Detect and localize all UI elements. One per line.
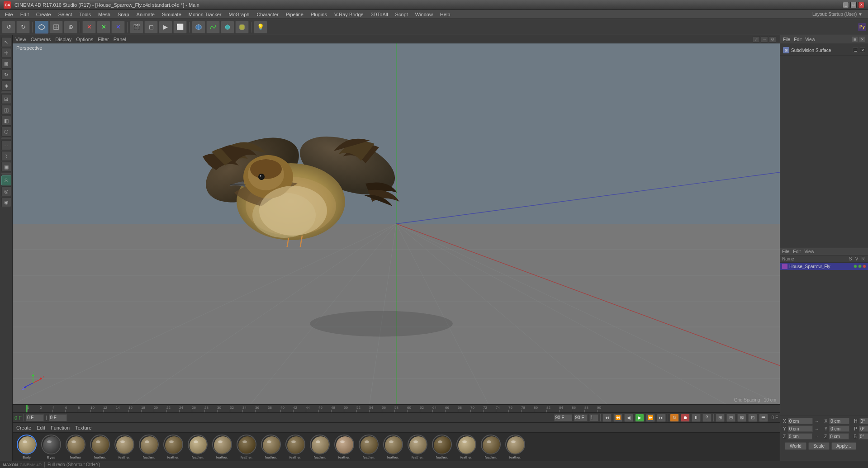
left-btn-move[interactable]: ✛ (1, 48, 11, 58)
render-region-button[interactable]: ◻ (144, 21, 158, 33)
x-axis-button[interactable]: ✕ (82, 21, 96, 33)
right-edit[interactable]: Edit (794, 37, 802, 42)
obj-dot-s[interactable] (854, 265, 857, 268)
left-btn-solo[interactable]: ◉ (1, 197, 11, 207)
scale-button[interactable]: Scale (808, 442, 830, 450)
vp-lock-button[interactable]: → (761, 36, 768, 43)
left-btn-points[interactable]: ∴ (1, 140, 11, 150)
maximize-button[interactable]: □ (850, 2, 857, 8)
material-item-0[interactable]: Body (15, 435, 38, 459)
coord-x-size[interactable] (829, 418, 849, 424)
end-preview-field[interactable] (554, 414, 572, 421)
step-field[interactable] (589, 414, 598, 421)
render-to-po-button[interactable]: ⬜ (173, 21, 187, 33)
material-item-15[interactable]: feather. (382, 435, 404, 459)
vp-menu-filter[interactable]: Filter (98, 37, 109, 42)
subdiv-btn2[interactable]: ✕ (860, 47, 865, 53)
cube-button[interactable] (192, 21, 205, 33)
right-file[interactable]: File (783, 37, 790, 42)
material-item-10[interactable]: feather. (260, 435, 282, 459)
go-end-button[interactable]: ⏭ (657, 414, 666, 422)
play-button[interactable]: ▶ (635, 414, 644, 422)
anim-extra1[interactable]: ⊞ (716, 414, 725, 422)
close-button[interactable]: ✕ (858, 2, 864, 8)
menu-item-help[interactable]: Help (437, 11, 454, 18)
minimize-button[interactable]: _ (843, 2, 849, 8)
material-item-19[interactable]: feather. (479, 435, 502, 459)
fps-field[interactable] (574, 414, 588, 421)
vp-menu-cameras[interactable]: Cameras (31, 37, 51, 42)
obj-view[interactable]: View (804, 249, 814, 254)
menu-item-tools[interactable]: Tools (76, 11, 94, 18)
menu-item-select[interactable]: Select (55, 11, 76, 18)
apply-button[interactable]: Apply... (831, 442, 856, 450)
coord-y-pos[interactable] (788, 425, 813, 432)
mat-menu-function[interactable]: Function (51, 425, 70, 430)
layout-selector[interactable]: Layout: Startup (User) ▼ (812, 12, 866, 17)
vp-config-button[interactable]: ⚙ (769, 36, 776, 43)
render-settings-button[interactable]: 🎬 (130, 21, 143, 33)
go-start-button[interactable]: ⏮ (602, 414, 612, 422)
left-btn-phong[interactable]: ◧ (1, 116, 11, 126)
menu-item-3dtoall[interactable]: 3DToAll (368, 11, 391, 18)
menu-item-script[interactable]: Script (392, 11, 411, 18)
anim-extra4[interactable]: ⊡ (748, 414, 757, 422)
current-frame-input[interactable] (49, 414, 67, 421)
vp-expand-button[interactable]: ⤢ (753, 36, 760, 43)
coord-x-pos[interactable] (788, 418, 813, 424)
material-item-18[interactable]: feather. (455, 435, 478, 459)
subdiv-btn1[interactable]: ☰ (853, 47, 858, 53)
start-frame-field[interactable] (26, 414, 44, 421)
obj-file[interactable]: File (782, 249, 789, 254)
render-button[interactable]: ▶ (159, 21, 172, 33)
menu-item-plugins[interactable]: Plugins (308, 11, 330, 18)
material-item-13[interactable]: feather. (333, 435, 356, 459)
material-item-8[interactable]: feather. (211, 435, 233, 459)
vp-menu-panel[interactable]: Panel (114, 37, 126, 42)
material-item-11[interactable]: feather. (284, 435, 307, 459)
anim-extra5[interactable]: ☰ (759, 414, 768, 422)
material-item-1[interactable]: Eyes (40, 435, 62, 459)
y-axis-button[interactable]: ✕ (97, 21, 110, 33)
right-view[interactable]: View (805, 37, 815, 42)
left-btn-quad[interactable]: ⊞ (1, 94, 11, 104)
vp-menu-options[interactable]: Options (76, 37, 93, 42)
axis-mode-button[interactable]: ⊕ (64, 21, 77, 33)
menu-item-snap[interactable]: Snap (114, 11, 133, 18)
left-btn-texture[interactable]: ⬡ (1, 127, 11, 137)
material-item-2[interactable]: feather (64, 435, 87, 459)
menu-item-mograph[interactable]: MoGraph (226, 11, 253, 18)
model-mode-button[interactable] (35, 21, 48, 33)
menu-item-animate[interactable]: Animate (133, 11, 158, 18)
obj-dot-r[interactable] (863, 265, 866, 268)
vp-menu-display[interactable]: Display (55, 37, 71, 42)
obj-edit[interactable]: Edit (793, 249, 801, 254)
step-back-button[interactable]: ⏪ (613, 414, 622, 422)
material-item-7[interactable]: feather. (186, 435, 209, 459)
anim-extra3[interactable]: ⊠ (737, 414, 746, 422)
mat-menu-edit[interactable]: Edit (37, 425, 45, 430)
material-item-6[interactable]: feather. (162, 435, 185, 459)
vp-menu-view[interactable]: View (15, 37, 26, 42)
spline-button[interactable] (206, 21, 220, 33)
left-btn-snap[interactable]: S (1, 175, 11, 185)
left-btn-edges[interactable]: ⌇ (1, 151, 11, 161)
left-btn-polys[interactable]: ▣ (1, 162, 11, 172)
obj-dot-v[interactable] (858, 265, 862, 268)
material-item-14[interactable]: feather. (357, 435, 380, 459)
z-axis-button[interactable]: ✕ (111, 21, 125, 33)
auto-key-button[interactable]: ⏸ (692, 414, 701, 422)
loop-button[interactable]: ↻ (670, 414, 679, 422)
menu-item-edit[interactable]: Edit (17, 11, 32, 18)
record-button[interactable]: ⏺ (681, 414, 690, 422)
right-top-btn1[interactable]: ⊞ (852, 36, 858, 43)
play-back-button[interactable]: ◀ (624, 414, 633, 422)
menu-item-vray[interactable]: V-Ray Bridge (331, 11, 367, 18)
material-item-17[interactable]: feather. (431, 435, 453, 459)
coord-b-rot[interactable] (859, 433, 868, 440)
menu-item-window[interactable]: Window (412, 11, 436, 18)
right-top-btn2[interactable]: ✕ (859, 36, 865, 43)
coord-y-size[interactable] (829, 425, 849, 432)
texture-mode-button[interactable] (49, 21, 63, 33)
left-btn-wire[interactable]: ◫ (1, 105, 11, 115)
